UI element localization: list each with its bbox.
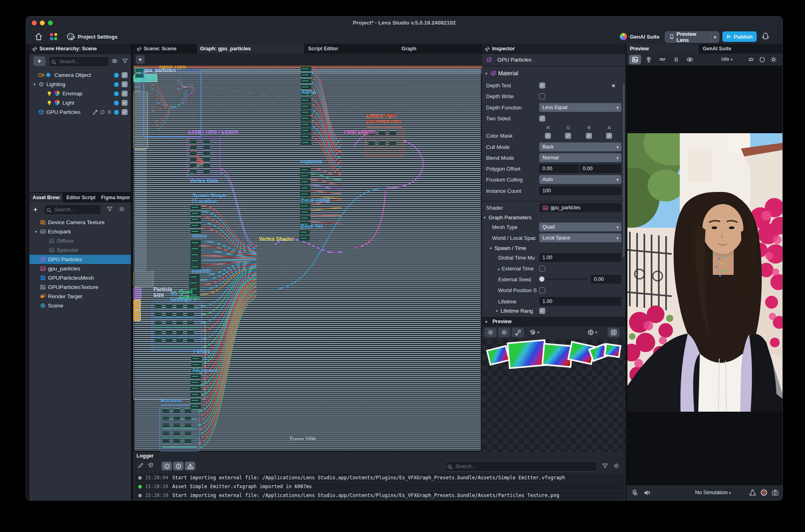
log-filter-error-button[interactable] [173, 462, 184, 470]
asset-search[interactable] [44, 204, 101, 215]
inspector-lifetime-rang-checkbox[interactable]: ✓ [539, 308, 545, 314]
snapshot-camera-icon[interactable] [772, 489, 779, 496]
visibility-dot[interactable] [114, 73, 119, 78]
asset-tab-0[interactable]: Asset Brow: [29, 193, 63, 202]
preview-lens-dropdown[interactable]: ▾ [711, 32, 719, 42]
node-group-1[interactable] [152, 301, 202, 351]
logger-gear-icon[interactable] [613, 463, 619, 469]
layout-grid-icon[interactable] [50, 33, 58, 41]
asset-item-gpuparticlesmesh[interactable]: GPUParticlesMesh [29, 273, 131, 282]
inspector-depth-function-dropdown[interactable]: Less Equal▾ [539, 103, 621, 112]
asset-item-gpuparticlestexture[interactable]: GPUParticlesTexture [29, 282, 131, 292]
simulation-dropdown[interactable]: No Simulation ▾ [695, 489, 731, 495]
reset-preview-icon[interactable] [757, 55, 768, 64]
inspector-preview-header[interactable]: ▾Preview [482, 317, 625, 326]
hierarchy-search[interactable] [49, 56, 109, 67]
inspector-instance-count-input[interactable]: 100 [539, 186, 621, 195]
tab-graph-gpu-particles[interactable]: Graph: gpu_particles [197, 44, 305, 54]
inspector-blend-mode-dropdown[interactable]: Normal▾ [539, 153, 621, 162]
log-entry-1[interactable]: 15:28:10Asset Simple Emitter.vfxgraph im… [135, 483, 624, 491]
publish-button[interactable]: Publish [722, 31, 757, 42]
inspector-global-time-mu-input[interactable]: 1.00 [539, 253, 621, 262]
inspector-polygon-offset-input-2[interactable]: 0.00 [579, 164, 621, 173]
tab-genai-suite[interactable]: GenAI Suite [699, 44, 782, 54]
remove-component-icon[interactable]: × [612, 82, 615, 89]
color-mask-checkbox[interactable]: ✓ [586, 133, 592, 139]
inspector-two-sided-checkbox[interactable]: ✓ [539, 115, 545, 122]
inspector-lifetime-input[interactable]: 1.00 [539, 297, 621, 306]
node-graph-canvas[interactable]: gpu_particlesMesh TypeSeed / Time / Spaw… [133, 66, 482, 452]
asset-item-device-camera-texture[interactable]: Device Camera Texture [29, 218, 131, 227]
pause-icon[interactable] [670, 55, 682, 64]
environment-sphere-icon[interactable]: ▾ [584, 328, 600, 337]
preview-settings-gear-icon[interactable] [498, 328, 510, 337]
home-icon[interactable] [34, 32, 43, 41]
inspector-cull-mode-dropdown[interactable]: Back▾ [539, 142, 621, 151]
enabled-checkbox[interactable]: ✓ [122, 100, 128, 106]
camera-rotate-icon[interactable]: ▾ [526, 328, 542, 337]
preview-lens-button[interactable]: Preview Lens ▾ [665, 31, 719, 43]
hierarchy-item-light[interactable]: Light✓ [29, 98, 131, 107]
color-mask-checkbox[interactable]: ✓ [545, 133, 551, 139]
asset-tab-1[interactable]: Editor Script [63, 193, 98, 202]
node-column-4[interactable] [190, 374, 201, 410]
asset-item-gpu-particles[interactable]: gpu_particles [29, 264, 131, 273]
asset-item-render-target[interactable]: Render Target [29, 292, 131, 301]
enabled-checkbox[interactable]: ✓ [122, 109, 128, 115]
logger-search-input[interactable] [455, 463, 562, 470]
node-column-9[interactable] [299, 230, 310, 242]
clear-on-reload-icon[interactable] [148, 462, 154, 468]
external-seed-slider[interactable] [539, 276, 544, 282]
logger-search[interactable] [445, 461, 597, 472]
inspector-world-local-spac-dropdown[interactable]: Local Space▾ [539, 233, 621, 242]
visibility-eye-icon[interactable] [112, 58, 118, 64]
color-mask-checkbox[interactable]: ✓ [606, 133, 612, 139]
record-icon[interactable] [760, 489, 768, 496]
enabled-checkbox[interactable]: ✓ [122, 81, 128, 87]
asset-item-echopark[interactable]: ▾HDREchopark [29, 227, 131, 236]
inspector-depth-write-checkbox[interactable] [539, 93, 545, 99]
inspector-world-position-s-checkbox[interactable] [539, 287, 545, 293]
node-column-0[interactable] [190, 205, 201, 235]
node-group-2[interactable] [159, 405, 200, 452]
visibility-dot[interactable] [114, 82, 119, 87]
hierarchy-item-lighting[interactable]: ▾Lighting✓ [29, 80, 131, 89]
external-seed-input[interactable]: 0.00 [591, 275, 621, 284]
graph-add-node-button[interactable]: + [136, 55, 145, 64]
hierarchy-item-camera-object[interactable]: Camera Object✓ [29, 70, 131, 80]
enabled-checkbox[interactable]: ✓ [122, 91, 128, 97]
tab-scene-scene[interactable]: Scene: Scene [133, 44, 197, 54]
asset-tab-2[interactable]: Figma Impor [98, 193, 131, 202]
project-settings-icon[interactable] [66, 32, 75, 41]
webcam-mode-icon[interactable] [643, 55, 655, 64]
node-column-6[interactable] [300, 98, 312, 146]
hierarchy-item-envmap[interactable]: Envmap✓ [29, 89, 131, 98]
microphone-muted-icon[interactable] [631, 489, 638, 496]
asset-item-diffuse[interactable]: Diffuse [29, 236, 131, 245]
inspector-frustum-culling-dropdown[interactable]: Auto▾ [539, 175, 621, 184]
tab-script-editor[interactable]: Script Editor [305, 44, 398, 54]
log-entry-2[interactable]: 15:28:10Start importing external file: /… [135, 491, 624, 499]
asset-settings-gear-icon[interactable] [119, 206, 125, 212]
asset-search-input[interactable] [54, 206, 95, 213]
asset-filter-icon[interactable] [107, 206, 113, 212]
spectacles-mode-icon[interactable] [656, 55, 668, 64]
image-mode-icon[interactable] [629, 55, 641, 64]
filter-icon[interactable] [122, 58, 128, 64]
asset-item-scene[interactable]: Scene [29, 301, 131, 310]
enabled-checkbox[interactable]: ✓ [122, 72, 128, 78]
node-column-1[interactable] [190, 240, 201, 270]
speaker-icon[interactable] [644, 489, 650, 496]
log-filter-warning-button[interactable] [185, 462, 195, 470]
connected-lenses-icon[interactable] [749, 489, 756, 496]
visibility-dot[interactable] [114, 91, 119, 96]
node-group-0[interactable] [187, 136, 221, 179]
tab-graph[interactable]: Graph [398, 44, 482, 54]
status-dropdown[interactable]: Idle ▾ [721, 56, 733, 62]
hierarchy-search-input[interactable] [58, 58, 102, 65]
inspector-depth-test-checkbox[interactable]: ✓ [539, 82, 545, 89]
shader-chip[interactable]: gpu_particles [539, 203, 621, 212]
color-mask-checkbox[interactable]: ✓ [565, 133, 571, 139]
pin-icon[interactable] [32, 46, 37, 52]
swap-camera-icon[interactable] [746, 55, 756, 64]
